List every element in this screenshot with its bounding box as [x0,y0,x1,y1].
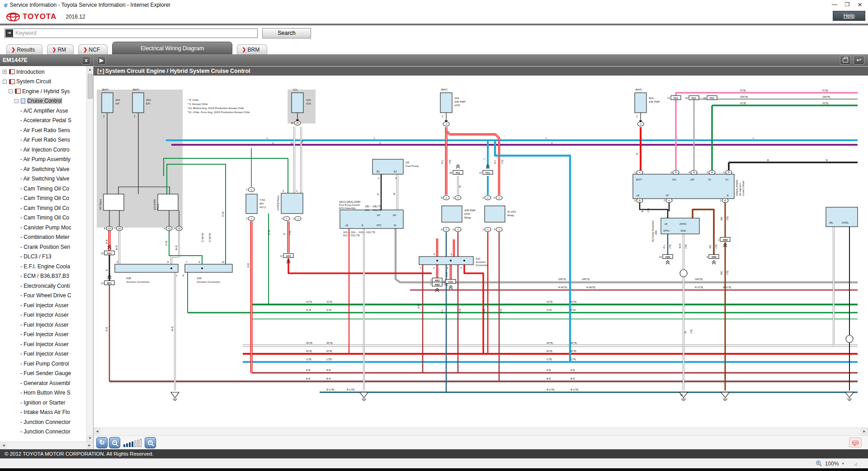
toyota-logo: TOYOTA [6,12,57,21]
svg-text:C/OPN Relay: C/OPN Relay [277,195,279,210]
tree-item[interactable]: - Fuel Injector Asser [0,330,86,340]
print-button[interactable] [840,56,851,65]
tree-item[interactable]: - Air Fuel Ratio Sens [0,135,86,145]
tree-item[interactable]: - Fuel Injector Asser [0,300,86,310]
tree-item[interactable]: -Cruise Control [0,96,86,106]
tree-item[interactable]: - Junction Connector [0,427,86,437]
scroll-right-icon[interactable]: ► [86,442,93,449]
tree-item[interactable]: - Cam Timing Oil Co [0,203,86,213]
svg-text:VV: VV [725,178,729,181]
tree-item[interactable]: -Engine / Hybrid Sys [0,86,86,96]
tree-item[interactable]: - Cam Timing Oil Co [0,184,86,194]
scroll-left-icon[interactable]: ◄ [0,442,7,449]
tree-item[interactable]: - Intake Mass Air Flo [0,408,86,418]
scroll-down-icon[interactable]: ▼ [87,435,94,442]
tree-item[interactable]: - Fuel Injector Asser [0,310,86,320]
zoom-level-indicator[interactable] [123,438,142,447]
return-icon: ↩ [857,57,862,63]
tree-item[interactable]: - Horn Button Wire S [0,388,86,398]
brand-name: TOYOTA [23,12,57,21]
svg-text:W: W [684,331,687,333]
tree-item[interactable]: - Accelerator Pedal S [0,116,86,126]
expand-panel-button[interactable]: ▶ [97,56,106,65]
scroll-up-icon[interactable]: ▲ [87,66,94,73]
search-input[interactable] [14,30,257,36]
tree-item[interactable]: - ECM / B36,B37,B3 [0,271,86,281]
svg-text:1: 1 [176,274,177,277]
tree-item[interactable]: - Electronically Conti [0,281,86,291]
tree-item[interactable]: - Fuel Injector Asser [0,320,86,330]
diagram-horizontal-scrollbar[interactable]: ◄ ► [94,428,868,435]
tree-item-label: Engine / Hybrid Sys [22,88,70,95]
tree-item[interactable]: - Crank Position Sen [0,242,86,252]
tab-results[interactable]: ❯Results [6,44,42,54]
minimize-button[interactable]: — [828,1,841,9]
svg-text:FA1: FA1 [486,171,490,174]
expand-icon[interactable]: + [3,70,7,74]
tab-brm[interactable]: ❯BRM [237,44,267,54]
scroll-right-icon[interactable]: ► [861,428,868,435]
tree-item[interactable]: - Junction Connector [0,417,86,427]
tree-item[interactable]: - Combination Meter [0,233,86,243]
resize-grip[interactable]: ◢ [854,461,857,466]
tree-item[interactable]: - Fuel Pump Control [0,359,86,369]
tree-item[interactable]: - Air Switching Valve [0,164,86,174]
tab-electrical-wiring-diagram[interactable]: Electrical Wiring Diagram [112,42,232,54]
copyright-bar: © 2012 TOYOTA MOTOR CORPORATION. All Rig… [0,449,868,458]
tree-horizontal-scrollbar[interactable]: ◄ ► [0,442,93,449]
tree-vertical-scrollbar[interactable]: ▲ ▼ [86,66,93,442]
comment-button[interactable] [849,438,862,447]
tree-item[interactable]: - Air Pump Assembly [0,155,86,165]
collapse-icon[interactable]: - [9,89,13,93]
svg-text:7: 7 [186,261,187,263]
zoom-level[interactable]: 100% [825,461,839,467]
back-button[interactable]: ↩ [854,56,864,65]
tab-rm[interactable]: ❯RM [47,44,74,54]
close-button[interactable]: ✕ [854,1,866,9]
svg-text:15: 15 [101,252,104,255]
svg-text:1: 1 [482,228,484,231]
tree-item[interactable]: - Generator Assembl [0,378,86,388]
collapse-icon[interactable]: - [3,80,7,84]
maximize-button[interactable]: ❐ [841,1,854,9]
tree-item[interactable]: - Fuel Injector Asser [0,339,86,349]
tree-item[interactable]: - DLC3 / F13 [0,252,86,262]
zoom-magnifier-icon[interactable] [816,460,822,467]
zoom-out-button[interactable]: − [109,437,120,448]
tab-ncf[interactable]: ❯NCF [78,44,108,54]
tree-item[interactable]: - E.F.I. Engine Coola [0,262,86,271]
zoom-in-button[interactable]: + [145,437,156,448]
svg-text:G(*9): G(*9) [306,300,312,303]
tree-item[interactable]: - Four Wheel Drive C [0,291,86,301]
tree-item[interactable]: - Cam Timing Oil Co [0,194,86,204]
help-button[interactable]: Help [833,11,865,21]
svg-text:W(*8): W(*8) [571,342,577,344]
svg-text:1: 1 [445,196,447,199]
tree-item[interactable]: - Cam Timing Oil Co [0,213,86,223]
tree-item[interactable]: - Air Injection Contro [0,145,86,155]
search-button[interactable]: Search [262,28,311,38]
svg-text:1: 1 [445,123,447,125]
collapse-icon[interactable]: - [14,99,19,103]
refresh-button[interactable]: ↻ [96,437,108,448]
tree-item[interactable]: - Ignition or Starter [0,398,86,408]
zoom-dropdown-icon[interactable]: ▼ [841,462,844,465]
tree-item[interactable]: - Air Fuel Ratio Sens [0,125,86,135]
tree-item[interactable]: - Fuel Injector Asser [0,349,86,359]
diagram-expander[interactable]: [+] [97,68,104,74]
tree-item[interactable]: - Canister Pump Moc [0,223,86,233]
tree-item[interactable]: - A/C Amplifier Asse [0,106,86,116]
wiring-diagram-canvas[interactable]: 2D111D81D71D41D3111213111511121513121113… [94,76,868,428]
print-icon [843,58,848,62]
sidebar-close-button[interactable]: x [82,56,90,65]
tree-item[interactable]: -System Circuit [0,77,86,87]
svg-text:2: 2 [442,115,443,118]
scroll-left-icon[interactable]: ◄ [94,428,101,435]
search-go-icon[interactable]: ➔ [5,29,13,37]
svg-text:FP: FP [377,214,380,217]
tree-item[interactable]: - Fuel Sender Gauge [0,369,86,379]
tab-label: RM [57,47,66,53]
scroll-thumb[interactable] [88,74,93,99]
tree-item[interactable]: +Introduction [0,67,86,77]
tree-item[interactable]: - Air Switching Valve [0,174,86,184]
